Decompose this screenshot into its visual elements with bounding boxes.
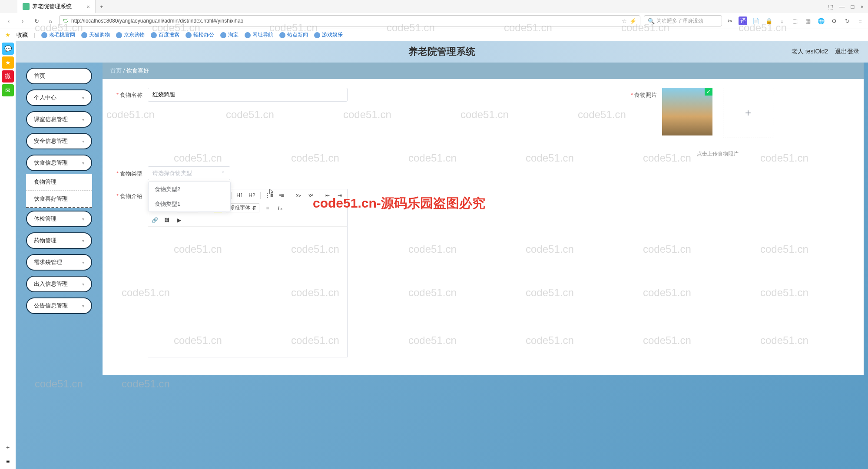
bookmark-item[interactable]: 游戏娱乐	[314, 31, 343, 39]
menu-icon[interactable]: ≡	[856, 17, 865, 25]
address-bar: ‹ › ↻ ⌂ 🛡 http://localhost:8080/yanglaoy…	[0, 13, 868, 29]
forward-button[interactable]: ›	[17, 16, 28, 26]
lock-icon[interactable]: 🔒	[765, 17, 773, 25]
search-icon: 🔍	[648, 18, 655, 24]
back-button[interactable]: ‹	[3, 16, 14, 26]
bookmark-item[interactable]: 网址导航	[245, 31, 273, 39]
url-input[interactable]: 🛡 http://localhost:8080/yanglaoyuanguanl…	[59, 15, 640, 26]
window-close-icon[interactable]: ×	[860, 3, 864, 10]
extension-icons: ✂ 译 📄 🔒 ↓ ⬚ ▦ 🌐 ⚙ ↻ ≡	[726, 17, 865, 25]
home-button[interactable]: ⌂	[45, 16, 56, 26]
close-icon[interactable]: ×	[86, 3, 90, 10]
grid-icon[interactable]: ▦	[804, 17, 812, 25]
bookmark-star-icon[interactable]: ☆	[622, 18, 627, 24]
tab-bar: 养老院管理系统 × + ⬚ — □ ×	[0, 0, 868, 13]
app-container: 养老院管理系统 老人 testOld2 退出登录 首页 个人中心▾ 课室信息管理…	[16, 41, 868, 41]
translate-icon[interactable]: 译	[739, 17, 747, 25]
search-input[interactable]: 🔍 为啥睡多了浑身没劲	[644, 15, 722, 26]
maximize-icon[interactable]: □	[851, 3, 855, 10]
bookmark-item[interactable]: 淘宝	[220, 31, 239, 39]
star-icon: ★	[5, 32, 10, 38]
minimize-icon[interactable]: —	[839, 3, 845, 10]
scissors-icon[interactable]: ✂	[726, 17, 734, 25]
reload-button[interactable]: ↻	[31, 16, 42, 26]
shield-icon: 🛡	[63, 18, 69, 24]
bookmarks-label: 收藏	[17, 31, 28, 39]
search-placeholder: 为啥睡多了浑身没劲	[656, 17, 703, 25]
pdf-icon[interactable]: 📄	[752, 17, 760, 25]
gear-icon[interactable]: ⚙	[830, 17, 838, 25]
url-text: http://localhost:8080/yanglaoyuanguanli/…	[71, 18, 243, 24]
browser-side-rail: 💬 ★ 微 ✉ + ≡	[0, 41, 16, 41]
bookmarks-bar: ★ 收藏 | 老毛桃官网 天猫购物 京东购物 百度搜索 轻松办公 淘宝 网址导航…	[0, 29, 868, 41]
bookmark-item[interactable]: 天猫购物	[81, 31, 110, 39]
tab-title: 养老院管理系统	[32, 3, 72, 10]
bookmark-item[interactable]: 热点新闻	[279, 31, 308, 39]
window-option-icon[interactable]: ⬚	[828, 3, 833, 10]
browser-chrome: 养老院管理系统 × + ⬚ — □ × ‹ › ↻ ⌂ 🛡 http://loc…	[0, 0, 868, 41]
new-tab-button[interactable]: +	[96, 3, 108, 10]
browser-tab[interactable]: 养老院管理系统 ×	[17, 0, 96, 13]
bookmark-item[interactable]: 京东购物	[116, 31, 145, 39]
bookmark-item[interactable]: 百度搜索	[151, 31, 179, 39]
globe-icon[interactable]: 🌐	[817, 17, 825, 25]
bookmark-item[interactable]: 老毛桃官网	[41, 31, 75, 39]
lightning-icon[interactable]: ⚡	[629, 18, 636, 24]
history-icon[interactable]: ↻	[843, 17, 851, 25]
app-header: 养老院管理系统 老人 testOld2 退出登录	[16, 41, 868, 41]
puzzle-icon[interactable]: ⬚	[791, 17, 799, 25]
download-icon[interactable]: ↓	[778, 17, 786, 25]
bookmark-item[interactable]: 轻松办公	[186, 31, 214, 39]
vue-icon	[23, 3, 30, 10]
